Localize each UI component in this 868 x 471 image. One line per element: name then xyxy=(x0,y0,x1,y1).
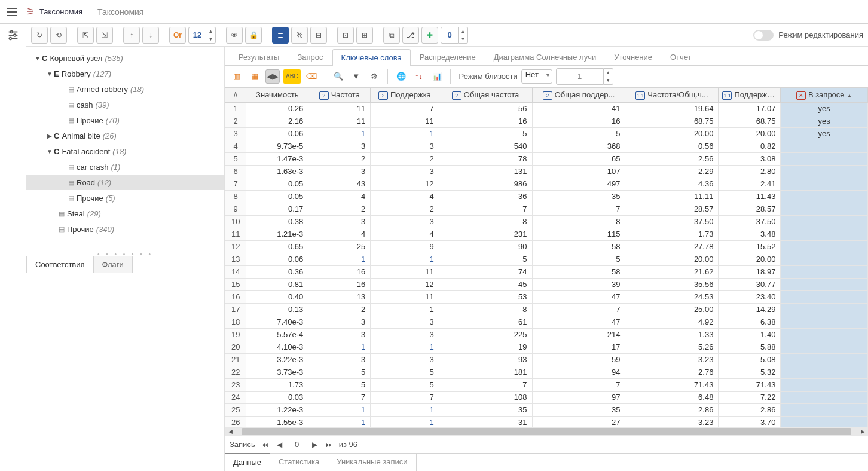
table-row[interactable]: 51.47e-32278652.563.08 xyxy=(225,152,868,165)
table-row[interactable]: 49.73e-5335403680.560.82 xyxy=(225,140,868,152)
table-row[interactable]: 140.361611745821.6218.97 xyxy=(225,265,868,278)
tree-root[interactable]: ▼ C Корневой узел (535) xyxy=(26,50,224,66)
resize-icon[interactable]: ◀▶ xyxy=(265,69,280,84)
sort-icon[interactable]: ↑↓ xyxy=(412,69,426,84)
page-size-input[interactable] xyxy=(188,27,206,44)
tab-query[interactable]: Запрос xyxy=(288,48,332,65)
table-row[interactable]: 10.26117564119.6417.07yes xyxy=(225,102,868,115)
tab-keywords[interactable]: Ключевые слова xyxy=(332,49,411,66)
pager-prev-icon[interactable]: ◀ xyxy=(274,441,285,449)
tree-item[interactable]: ▤Прочие(340) xyxy=(26,221,224,237)
tree-item[interactable]: ▤Armed robbery(18) xyxy=(26,81,224,97)
tab-sunburst[interactable]: Диаграмма Солнечные лучи xyxy=(485,48,605,65)
scroll-right-icon[interactable]: ▶ xyxy=(857,427,868,436)
col-tsupp[interactable]: 2Общая поддер... xyxy=(532,88,625,103)
globe-icon[interactable]: 🌐 xyxy=(394,69,408,84)
pager-next-icon[interactable]: ▶ xyxy=(310,441,320,449)
num-down[interactable]: ▼ xyxy=(459,35,467,43)
num-spinner[interactable]: ▲▼ xyxy=(441,27,468,44)
chart-icon[interactable]: 📊 xyxy=(430,69,444,84)
tree-collapse-button[interactable]: ⇱ xyxy=(77,27,94,44)
lock-button[interactable]: 🔒 xyxy=(245,27,262,44)
table-row[interactable]: 261.55e-31131273.233.70 xyxy=(225,416,868,427)
table-row[interactable]: 70.0543129864974.362.41 xyxy=(225,178,868,190)
spin-up[interactable]: ▲ xyxy=(206,27,215,35)
table-row[interactable]: 187.40e-33361474.926.38 xyxy=(225,316,868,328)
tree-item[interactable]: ▤cash(39) xyxy=(26,97,224,112)
table-row[interactable]: 204.10e-31119175.265.88 xyxy=(225,341,868,353)
col-freq[interactable]: 2Частота xyxy=(308,88,371,103)
footer-tab-unique[interactable]: Уникальные записи xyxy=(328,454,416,471)
table-row[interactable]: 195.57e-4332252141.331.40 xyxy=(225,328,868,341)
reset-button[interactable]: ⟲ xyxy=(50,27,67,44)
tree-item[interactable]: ▼CFatal accident(18) xyxy=(26,143,224,159)
table-row[interactable]: 80.0544363511.1111.43 xyxy=(225,190,868,203)
h-scrollbar[interactable]: ◀ ▶ xyxy=(225,427,868,435)
col-tfreq[interactable]: 2Общая частота xyxy=(439,88,532,103)
table-row[interactable]: 170.13218725.0014.29 xyxy=(225,303,868,316)
toggle-switch-icon[interactable] xyxy=(753,30,774,41)
col-fratio[interactable]: 1.1Частота/Общ.ч... xyxy=(625,88,719,103)
scroll-left-icon[interactable]: ◀ xyxy=(225,427,236,436)
table-row[interactable]: 240.0377108976.487.22 xyxy=(225,391,868,403)
col-sratio[interactable]: 1.1Поддержк... xyxy=(719,88,781,103)
table-row[interactable]: 22.161111161668.7568.75yes xyxy=(225,115,868,127)
layout-icon-2[interactable]: ▦ xyxy=(247,69,262,84)
tree-item[interactable]: ▤Прочие(5) xyxy=(26,190,224,206)
down-button[interactable]: ↓ xyxy=(142,27,159,44)
proximity-select[interactable]: Нет xyxy=(521,69,552,84)
table-row[interactable]: 231.73557771.4371.43 xyxy=(225,378,868,391)
percent-button[interactable]: % xyxy=(291,27,308,44)
footer-tab-stats[interactable]: Статистика xyxy=(270,454,328,471)
table-row[interactable]: 111.21e-3442311151.733.48 xyxy=(225,228,868,240)
tab-results[interactable]: Результаты xyxy=(230,48,288,65)
drag-handle[interactable]: • • • • • • • xyxy=(26,251,224,256)
table-row[interactable]: 120.65259905827.7815.52 xyxy=(225,240,868,253)
tree-item[interactable]: ▶CAnimal bite(26) xyxy=(26,128,224,143)
tab-refine[interactable]: Уточнение xyxy=(605,48,661,65)
filter-icon[interactable]: ▼ xyxy=(349,69,363,84)
copy-button[interactable]: ⧉ xyxy=(383,27,400,44)
taxonomy-tree[interactable]: ▼ C Корневой узел (535) ▼ERobbery(127)▤A… xyxy=(26,47,224,251)
branch-button[interactable]: ⎇ xyxy=(402,27,419,44)
prox-up[interactable]: ▲ xyxy=(604,69,613,77)
table-row[interactable]: 213.22e-33393593.235.08 xyxy=(225,353,868,366)
col-supp[interactable]: 2Поддержка xyxy=(371,88,439,103)
edit-mode-toggle[interactable]: Режим редактирования xyxy=(753,30,863,41)
gear-icon[interactable]: ⚙ xyxy=(367,69,381,84)
abc-icon[interactable]: ABC xyxy=(283,69,301,84)
prox-input[interactable] xyxy=(556,68,604,85)
pager-first-icon[interactable]: ⏮ xyxy=(259,441,271,449)
table-row[interactable]: 130.06115520.0020.00 xyxy=(225,253,868,265)
eye-button[interactable]: 👁 xyxy=(226,27,243,44)
layout-icon-1[interactable]: ▥ xyxy=(230,69,244,84)
tab-flags[interactable]: Флаги xyxy=(93,256,133,273)
footer-tab-data[interactable]: Данные xyxy=(225,453,270,471)
table-row[interactable]: 223.73e-355181942.765.32 xyxy=(225,366,868,378)
tab-matches[interactable]: Соответствия xyxy=(26,256,94,273)
tree-item[interactable]: ▤Steal(29) xyxy=(26,206,224,221)
col-num[interactable]: # xyxy=(225,88,246,103)
tree-item[interactable]: ▤Road(12) xyxy=(26,175,224,190)
col-sig[interactable]: Значимость xyxy=(246,88,308,103)
new-button[interactable]: ✚ xyxy=(421,27,438,44)
table-row[interactable]: 61.63e-3331311072.292.80 xyxy=(225,165,868,178)
col-inquery[interactable]: ✕В запросе▲ xyxy=(781,88,868,103)
data-grid[interactable]: # Значимость 2Частота 2Поддержка 2Общая … xyxy=(225,87,868,427)
chevron-icon[interactable]: ▼ xyxy=(45,148,54,155)
table-row[interactable]: 30.06115520.0020.00yes xyxy=(225,127,868,140)
chevron-icon[interactable]: ▶ xyxy=(45,133,54,139)
or-button[interactable]: Or xyxy=(169,27,186,44)
tree-item[interactable]: ▤Прочие(70) xyxy=(26,112,224,128)
prox-spinner[interactable]: ▲▼ xyxy=(556,68,613,85)
tree-expand-button[interactable]: ⇲ xyxy=(96,27,113,44)
cal-button[interactable]: ⊟ xyxy=(310,27,327,44)
binoculars-icon[interactable]: 🔍 xyxy=(331,69,346,84)
clear-icon[interactable]: ⌫ xyxy=(304,69,319,84)
table-row[interactable]: 90.17227728.5728.57 xyxy=(225,203,868,215)
page-size-spinner[interactable]: ▲▼ xyxy=(188,27,216,44)
sliders-icon[interactable] xyxy=(7,29,20,42)
tree-item[interactable]: ▤car crash(1) xyxy=(26,159,224,175)
up-button[interactable]: ↑ xyxy=(123,27,140,44)
num-up[interactable]: ▲ xyxy=(459,27,467,35)
